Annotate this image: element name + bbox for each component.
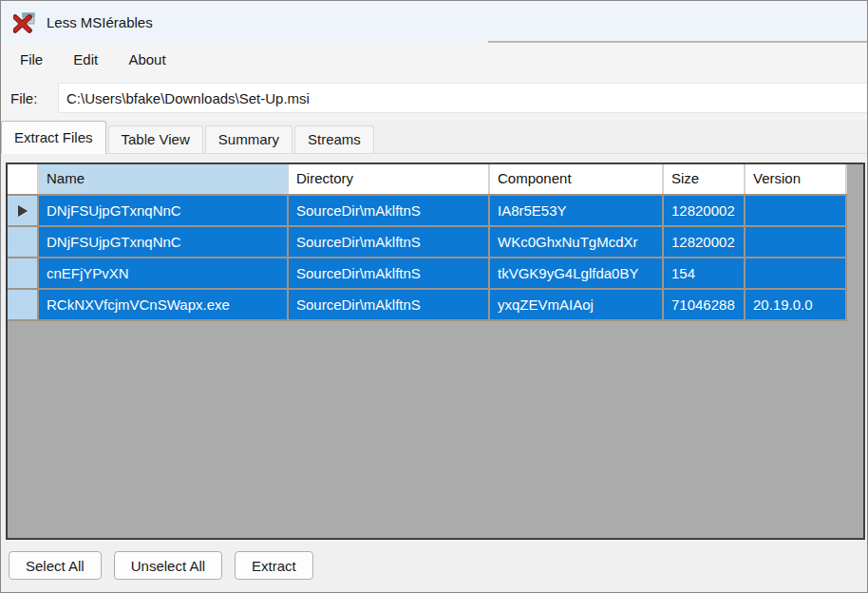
cell-component[interactable]: yxqZEVmAIAoj [490, 290, 664, 319]
title-bar: Less MSIérables [1, 1, 868, 43]
tab-page-extract-files: Name Directory Component Size Version DN… [1, 154, 868, 593]
files-data-grid: Name Directory Component Size Version DN… [6, 163, 865, 540]
cell-size[interactable]: 71046288 [664, 290, 745, 319]
cell-component[interactable]: WKc0GhxNuTgMcdXr [490, 227, 664, 257]
table-row[interactable]: cnEFjYPvXNSourceDir\mAklftnStkVGK9yG4Lgl… [8, 258, 847, 290]
cell-name[interactable]: DNjFSUjpGTxnqNnC [39, 196, 289, 225]
column-header-size[interactable]: Size [664, 164, 745, 194]
cell-component[interactable]: IA8r5E53Y [490, 196, 664, 225]
select-all-button[interactable]: Select All [9, 551, 102, 580]
cell-version[interactable] [745, 258, 847, 288]
cell-version[interactable] [745, 227, 847, 257]
cell-name[interactable]: cnEFjYPvXN [39, 258, 289, 288]
grid-corner-cell[interactable] [8, 164, 39, 194]
menu-item-edit[interactable]: Edit [60, 43, 111, 77]
row-header-cell[interactable] [8, 196, 39, 225]
tab-strip: Extract Files Table View Summary Streams [1, 121, 868, 154]
table-row[interactable]: RCkNXVfcjmVCnSWapx.exeSourceDir\mAklftnS… [8, 290, 847, 321]
current-row-indicator-icon [18, 205, 28, 217]
menu-bar: File Edit About [1, 43, 868, 77]
cell-directory[interactable]: SourceDir\mAklftnS [289, 290, 490, 319]
cell-name[interactable]: DNjFSUjpGTxnqNnC [39, 227, 289, 257]
menu-item-file[interactable]: File [7, 43, 56, 77]
file-bar: File: [1, 77, 868, 121]
window-title: Less MSIérables [47, 14, 153, 30]
cell-component[interactable]: tkVGK9yG4Lglfda0BY [490, 258, 664, 288]
menu-item-about[interactable]: About [115, 43, 179, 77]
tab-summary[interactable]: Summary [205, 125, 292, 153]
grid-header-row: Name Directory Component Size Version [8, 164, 847, 194]
button-bar: Select All Unselect All Extract [9, 551, 313, 580]
extract-button[interactable]: Extract [235, 551, 313, 580]
cell-directory[interactable]: SourceDir\mAklftnS [289, 227, 490, 257]
grid-body: DNjFSUjpGTxnqNnCSourceDir\mAklftnSIA8r5E… [8, 194, 847, 321]
column-header-directory[interactable]: Directory [289, 164, 490, 194]
cell-directory[interactable]: SourceDir\mAklftnS [289, 196, 490, 225]
cell-name[interactable]: RCkNXVfcjmVCnSWapx.exe [39, 290, 289, 319]
row-header-cell[interactable] [8, 290, 39, 319]
cell-size[interactable]: 154 [664, 258, 745, 288]
app-window: Less MSIérables File Edit About File: Ex… [0, 0, 868, 593]
cell-size[interactable]: 12820002 [664, 196, 745, 225]
column-header-name[interactable]: Name [39, 164, 289, 194]
cell-directory[interactable]: SourceDir\mAklftnS [289, 258, 490, 288]
file-label: File: [10, 77, 37, 121]
cell-version[interactable] [745, 196, 847, 225]
cell-version[interactable]: 20.19.0.0 [745, 290, 847, 319]
row-header-cell[interactable] [8, 227, 39, 257]
table-row[interactable]: DNjFSUjpGTxnqNnCSourceDir\mAklftnSWKc0Gh… [8, 227, 847, 258]
tab-extract-files[interactable]: Extract Files [1, 121, 106, 154]
row-header-cell[interactable] [8, 258, 39, 288]
app-icon [13, 10, 36, 33]
column-header-version[interactable]: Version [745, 164, 847, 194]
cell-size[interactable]: 12820002 [664, 227, 745, 257]
tab-table-view[interactable]: Table View [108, 125, 203, 153]
table-row[interactable]: DNjFSUjpGTxnqNnCSourceDir\mAklftnSIA8r5E… [8, 196, 847, 227]
unselect-all-button[interactable]: Unselect All [114, 551, 222, 580]
tab-streams[interactable]: Streams [294, 125, 374, 153]
column-header-component[interactable]: Component [490, 164, 664, 194]
file-path-input[interactable] [58, 83, 868, 113]
